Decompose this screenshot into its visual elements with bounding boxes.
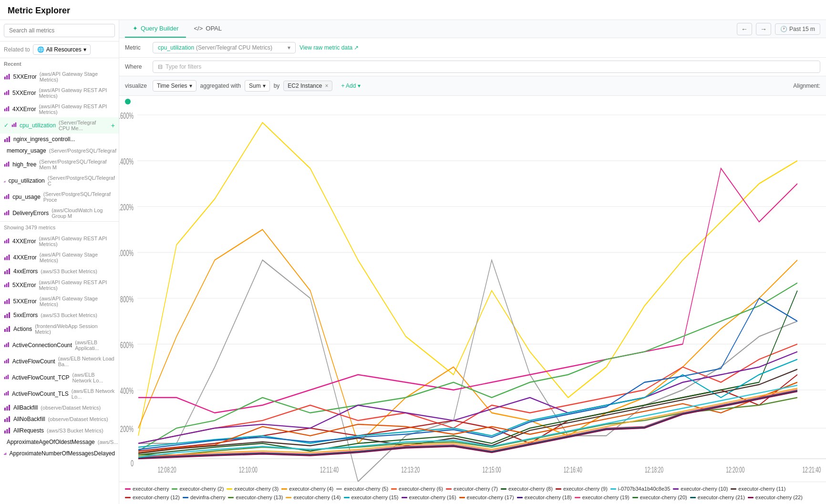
legend-item: executor-cherry (19) xyxy=(575,494,630,500)
svg-rect-24 xyxy=(4,196,6,199)
filter-icon: ⊟ xyxy=(158,63,163,70)
svg-rect-45 xyxy=(4,315,6,318)
filter-input[interactable]: ⊟ Type for filters xyxy=(153,61,820,73)
view-raw-link[interactable]: View raw metric data ↗ xyxy=(299,44,359,51)
related-resources-button[interactable]: 🌐 All Resources ▾ xyxy=(33,44,91,55)
svg-rect-32 xyxy=(8,238,10,243)
svg-rect-69 xyxy=(4,431,6,433)
list-item[interactable]: 4XXError (aws/API Gateway REST API Metri… xyxy=(0,101,119,117)
list-item[interactable]: ActiveFlowCount (aws/ELB Network Load Ba… xyxy=(0,353,119,370)
chevron-down-icon: ▾ xyxy=(358,82,361,89)
list-item[interactable]: Actions (frontend/WebApp Session Metric) xyxy=(0,321,119,337)
list-item[interactable]: 5XXError (aws/API Gateway Stage Metrics) xyxy=(0,69,119,85)
remove-tag-icon[interactable]: × xyxy=(325,82,328,89)
list-item[interactable]: ApproximateAgeOfOldestMessage (aws/S... xyxy=(0,436,119,448)
aggregation-label: Sum xyxy=(249,82,261,89)
legend-item: executor-cherry (7) xyxy=(446,486,498,492)
metric-icon xyxy=(4,73,10,80)
tab-opal[interactable]: </> OPAL xyxy=(186,20,229,38)
group-by-tag[interactable]: EC2 Instance × xyxy=(283,81,332,91)
list-item[interactable]: ActiveFlowCount_TCP (aws/ELB Network Lo.… xyxy=(0,370,119,386)
list-item[interactable]: AllRequests (aws/S3 Bucket Metrics) xyxy=(0,425,119,436)
svg-rect-2 xyxy=(9,74,10,80)
time-series-select[interactable]: Time Series ▾ xyxy=(153,80,196,92)
list-item[interactable]: 5XXError (aws/API Gateway Stage Metrics) xyxy=(0,293,119,309)
list-item[interactable]: 4XXError (aws/API Gateway REST API Metri… xyxy=(0,233,119,249)
metric-name: 4XXError xyxy=(13,254,36,261)
metric-icon xyxy=(4,136,10,143)
svg-rect-65 xyxy=(9,405,10,411)
legend-item: executor-cherry (10) xyxy=(673,486,728,492)
list-item[interactable]: 5XXError (aws/API Gateway REST API Metri… xyxy=(0,85,119,101)
metric-source: (aws/ELB Applicati... xyxy=(75,339,115,351)
svg-rect-23 xyxy=(5,181,6,183)
metric-icon xyxy=(4,326,10,332)
svg-rect-18 xyxy=(4,164,6,166)
clock-icon: 🕐 xyxy=(780,26,787,32)
legend-label: executor-cherry (17) xyxy=(467,494,514,500)
list-item[interactable]: ActiveFlowCount_TLS (aws/ELB Network Lo.… xyxy=(0,386,119,402)
metric-icon xyxy=(4,161,10,168)
forward-button[interactable]: → xyxy=(756,23,771,35)
svg-rect-62 xyxy=(8,391,9,396)
metric-icon xyxy=(4,238,10,245)
metric-name: nginx_ingress_controll... xyxy=(13,136,75,143)
metric-name: 4XXError xyxy=(12,106,36,113)
metric-source: (aws/S3 Bucket Metrics) xyxy=(47,428,103,433)
svg-rect-22 xyxy=(4,181,5,182)
list-item[interactable]: AllNoBackfill (observe/Dataset Metrics) xyxy=(0,413,119,425)
aggregation-select[interactable]: Sum ▾ xyxy=(245,80,270,92)
svg-text:800%: 800% xyxy=(120,295,134,304)
list-item[interactable]: high_free (Server/PostgreSQL/Telegraf Me… xyxy=(0,156,119,173)
svg-rect-67 xyxy=(7,418,8,422)
metric-icon xyxy=(4,177,6,184)
metric-source: (aws/API Gateway Stage Metrics) xyxy=(40,252,115,263)
plus-icon: + xyxy=(111,122,115,129)
metric-name: ActiveFlowCount_TLS xyxy=(12,391,69,397)
metric-source: (aws/S3 Bucket Metrics) xyxy=(41,268,97,274)
list-item[interactable]: 4xxErrors (aws/S3 Bucket Metrics) xyxy=(0,266,119,277)
metric-select-dropdown[interactable]: cpu_utilization (Server/Telegraf CPU Met… xyxy=(153,42,296,53)
metric-icon xyxy=(4,416,10,422)
app-header: Metric Explorer xyxy=(0,0,826,20)
metric-source: (frontend/WebApp Session Metric) xyxy=(35,323,115,335)
metric-row: Metric cpu_utilization (Server/Telegraf … xyxy=(119,38,826,58)
add-button[interactable]: + Add ▾ xyxy=(336,81,365,91)
list-item[interactable]: AllBackfill (observe/Dataset Metrics) xyxy=(0,402,119,413)
metric-name: 5xxErrors xyxy=(13,312,38,319)
legend-label: executor-cherry (11) xyxy=(738,486,785,492)
chevron-down-icon: ▾ xyxy=(83,46,86,53)
legend-label: executor-cherry (14) xyxy=(293,494,341,500)
back-button[interactable]: ← xyxy=(737,23,752,35)
legend-color xyxy=(575,497,580,498)
legend-item: executor-cherry (15) xyxy=(344,494,399,500)
chart-legend: executor-cherryexecutor-cherry (2)execut… xyxy=(119,482,826,504)
tab-query-builder[interactable]: ✦ Query Builder xyxy=(125,20,186,38)
legend-label: executor-cherry (7) xyxy=(454,486,498,492)
list-item[interactable]: ApproximateNumberOfMessagesDelayed xyxy=(0,448,119,459)
chart-svg-wrapper: 1600% 1400% 1200% 1000% 800% 600% 400% 2… xyxy=(119,107,826,482)
list-item-active[interactable]: ✓ cpu_utilization (Server/Telegraf CPU M… xyxy=(0,117,119,134)
metric-source: (Server/PostgreSQL/Telegraf Mem M xyxy=(39,159,115,170)
metric-name: 4xxErrors xyxy=(13,268,38,275)
svg-text:1400%: 1400% xyxy=(119,157,134,166)
legend-item: executor-cherry (4) xyxy=(281,486,333,492)
list-item[interactable]: 5XXError (aws/API Gateway REST API Metri… xyxy=(0,277,119,293)
time-range-button[interactable]: 🕐 Past 15 m xyxy=(775,23,820,35)
legend-item: executor-cherry (22) xyxy=(748,494,803,500)
recent-section-title: Recent xyxy=(0,58,119,69)
list-item[interactable]: 5xxErrors (aws/S3 Bucket Metrics) xyxy=(0,309,119,321)
list-item[interactable]: ActiveConnectionCount (aws/ELB Applicati… xyxy=(0,337,119,353)
svg-rect-29 xyxy=(8,210,10,215)
search-input[interactable] xyxy=(4,24,115,37)
list-item[interactable]: 4XXError (aws/API Gateway Stage Metrics) xyxy=(0,249,119,266)
list-item[interactable]: memory_usage (Server/PostgreSQL/Telegraf xyxy=(0,145,119,156)
svg-text:1000%: 1000% xyxy=(119,249,134,258)
list-item[interactable]: cpu_usage (Server/PostgreSQL/Telegraf Pr… xyxy=(0,189,119,205)
legend-item: executor-cherry xyxy=(125,486,169,492)
list-item[interactable]: DeliveryErrors (aws/CloudWatch Log Group… xyxy=(0,205,119,221)
list-item[interactable]: nginx_ingress_controll... xyxy=(0,134,119,145)
list-item[interactable]: cpu_utilization (Server/PostgreSQL/Teleg… xyxy=(0,173,119,189)
metric-name: ActiveFlowCount_TCP xyxy=(12,374,70,381)
svg-rect-53 xyxy=(8,342,9,347)
